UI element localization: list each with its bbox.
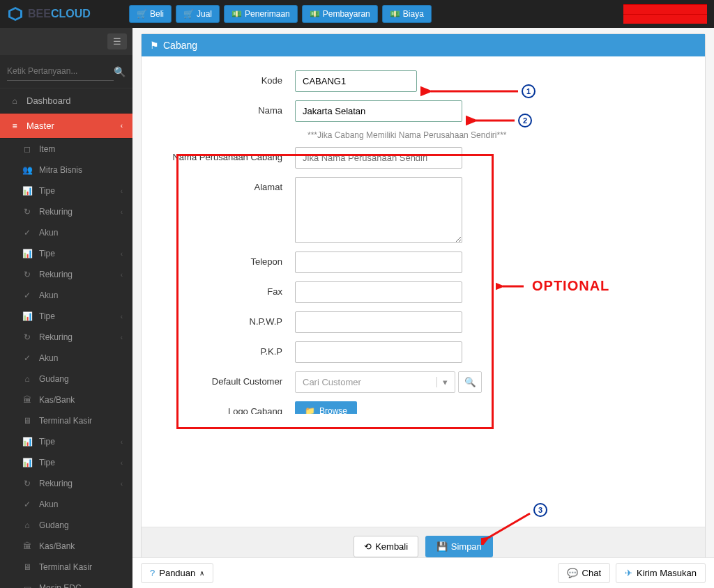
chevron-left-icon: ‹ <box>121 459 123 467</box>
alamat-input[interactable] <box>295 177 462 243</box>
chat-icon: 💬 <box>567 568 578 578</box>
sub-icon: ✓ <box>22 291 32 300</box>
sub-icon: 🖥 <box>22 562 32 572</box>
sidebar-sub-item[interactable]: ↻Rekuring‹ <box>0 264 132 285</box>
sub-label: Rekuring <box>39 207 73 217</box>
telepon-input[interactable] <box>295 252 462 273</box>
sub-icon: 📊 <box>22 437 32 447</box>
sidebar-sub-item[interactable]: ✓Akun <box>0 348 132 369</box>
topbar: BEECLOUD 🛒Beli 🛒Jual 💵Penerimaan 💵Pembay… <box>0 0 714 28</box>
sidebar-sub-item[interactable]: ✓Akun <box>0 285 132 306</box>
jual-button[interactable]: 🛒Jual <box>176 5 220 23</box>
npc-label: Nama Perusahaan Cabang <box>162 147 295 162</box>
sidebar-sub-item[interactable]: 📊Tipe‹ <box>0 180 132 201</box>
money-icon: 💵 <box>310 9 320 19</box>
chat-button[interactable]: 💬Chat <box>558 563 610 583</box>
jual-label: Jual <box>197 9 212 19</box>
sidebar-toggle-row: ☰ <box>0 28 132 55</box>
money-icon: 💵 <box>231 9 242 19</box>
sub-label: Kas/Bank <box>39 541 75 551</box>
chevron-left-icon: ‹ <box>121 271 123 279</box>
brand-part2: CLOUD <box>51 8 91 20</box>
sub-label: Terminal Kasir <box>39 416 92 426</box>
sub-label: Rekuring <box>39 270 73 279</box>
search-input[interactable] <box>7 62 114 81</box>
sub-label: Akun <box>39 353 58 363</box>
biaya-button[interactable]: 💵Biaya <box>382 5 432 23</box>
sub-icon: 🏛 <box>22 395 32 405</box>
nama-input[interactable] <box>295 100 462 122</box>
menu-dashboard[interactable]: ⌂Dashboard <box>0 88 132 114</box>
sub-icon: 🏛 <box>22 541 32 551</box>
back-button[interactable]: ⟲Kembali <box>354 536 418 557</box>
sub-icon: 📊 <box>22 311 32 321</box>
sub-icon: ▭ <box>22 583 32 588</box>
sub-icon: ⌂ <box>22 374 32 384</box>
kirim-button[interactable]: ✈Kirim Masukan <box>616 563 706 583</box>
logo-label: Logo Cabang <box>162 401 295 414</box>
sidebar-search: 🔍 <box>0 55 132 88</box>
cart-icon: 🛒 <box>137 9 147 19</box>
sidebar-sub-item[interactable]: ✓Akun <box>0 494 132 515</box>
panduan-button[interactable]: ?Panduan∧ <box>141 563 213 583</box>
sidebar-sub-item[interactable]: ⌂Gudang <box>0 515 132 536</box>
fax-input[interactable] <box>295 281 462 303</box>
dc-search-button[interactable]: 🔍 <box>458 371 482 393</box>
chat-label: Chat <box>582 568 601 578</box>
sidebar-sub-item[interactable]: 📊Tipe‹ <box>0 243 132 264</box>
sidebar-sub-item[interactable]: ↻Rekuring‹ <box>0 473 132 494</box>
alamat-label: Alamat <box>162 177 295 192</box>
sidebar-sub-item[interactable]: 📊Tipe‹ <box>0 306 132 327</box>
npwp-input[interactable] <box>295 311 462 333</box>
panel-title: Cabang <box>163 40 197 51</box>
pkp-input[interactable] <box>295 341 462 363</box>
bars-icon: ☰ <box>113 36 121 47</box>
sidebar-sub-item[interactable]: ▭Mesin EDC <box>0 578 132 588</box>
sidebar-sub-item[interactable]: 📊Tipe‹ <box>0 452 132 473</box>
save-button[interactable]: 💾Simpan <box>425 536 493 557</box>
sub-icon: 👥 <box>22 165 32 175</box>
biaya-label: Biaya <box>403 9 424 19</box>
sidebar-sub-item[interactable]: ↻Rekuring‹ <box>0 327 132 348</box>
search-icon[interactable]: 🔍 <box>114 66 126 77</box>
penerimaan-button[interactable]: 💵Penerimaan <box>224 5 298 23</box>
sidebar-collapse-button[interactable]: ☰ <box>107 33 127 49</box>
chevron-left-icon: ‹ <box>121 208 123 216</box>
npc-input[interactable] <box>295 147 462 169</box>
sidebar-sub-item[interactable]: ↻Rekuring‹ <box>0 201 132 222</box>
dc-select[interactable]: Cari Customer▾ <box>295 371 455 393</box>
sub-icon: 📊 <box>22 249 32 258</box>
beli-button[interactable]: 🛒Beli <box>129 5 172 23</box>
sub-label: Gudang <box>39 520 69 530</box>
kirim-label: Kirim Masukan <box>637 568 697 578</box>
penerimaan-label: Penerimaan <box>245 9 290 19</box>
browse-button[interactable]: 📁Browse <box>295 401 357 414</box>
sidebar-sub-item[interactable]: 🖥Terminal Kasir <box>0 410 132 431</box>
sub-label: Rekuring <box>39 332 73 342</box>
sidebar-sub-item[interactable]: 🏛Kas/Bank <box>0 536 132 557</box>
sidebar-sub-item[interactable]: 🏛Kas/Bank <box>0 389 132 410</box>
sub-icon: ↻ <box>22 332 32 342</box>
logo[interactable]: BEECLOUD <box>7 6 129 22</box>
chevron-left-icon: ‹ <box>121 187 123 195</box>
sidebar-sub-item[interactable]: 👥Mitra Bisnis <box>0 160 132 180</box>
sidebar-sub-item[interactable]: 📊Tipe‹ <box>0 431 132 452</box>
sub-label: Kas/Bank <box>39 395 75 405</box>
pembayaran-button[interactable]: 💵Pembayaran <box>302 5 378 23</box>
sidebar-sub-item[interactable]: 🖥Terminal Kasir <box>0 557 132 578</box>
panel-body: Kode Nama ***Jika Cabang Memiliki Nama P… <box>142 56 705 450</box>
bottombar: ?Panduan∧ 💬Chat ✈Kirim Masukan <box>132 557 714 588</box>
sidebar-sub-item[interactable]: ◻Item <box>0 139 132 160</box>
chevron-up-icon: ∧ <box>199 569 204 577</box>
sub-label: Item <box>39 144 55 154</box>
nama-label: Nama <box>162 100 295 116</box>
sidebar-sub-item[interactable]: ✓Akun <box>0 222 132 243</box>
kode-input[interactable] <box>295 70 417 92</box>
database-icon: ≡ <box>10 121 20 131</box>
fax-label: Fax <box>162 281 295 297</box>
search-icon: 🔍 <box>464 377 476 387</box>
sub-label: Akun <box>39 228 58 238</box>
sidebar-sub-item[interactable]: ⌂Gudang <box>0 369 132 389</box>
menu-master[interactable]: ≡Master‹ <box>0 114 132 139</box>
npwp-label: N.P.W.P <box>162 311 295 327</box>
